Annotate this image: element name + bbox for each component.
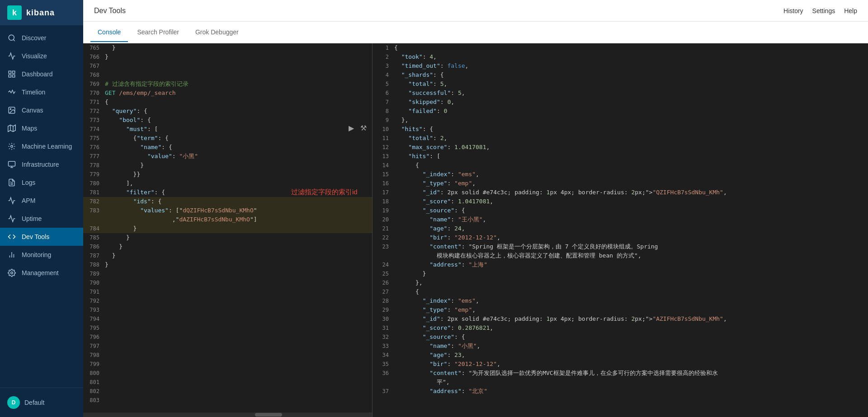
tab-grok-debugger[interactable]: Grok Debugger [188,23,246,42]
editor-line: 765 } [83,43,372,52]
svg-point-7 [10,108,11,109]
line-number: 788 [83,260,105,269]
line-number: 770 [83,89,105,98]
editor-line: 803 [83,396,372,405]
editor-line: 33 "name": "小黑", [373,342,868,351]
sidebar-item-dev-tools[interactable]: Dev Tools [0,228,83,246]
editor-line: 770GET /ems/emp/_search [83,89,372,98]
editor-line: 767 [83,61,372,70]
line-number: 19 [373,206,394,215]
editor-line: 777 "value": "小黑" [83,152,372,161]
editor-line: 22 "bir": "2012-12-12", [373,233,868,242]
tab-search-profiler[interactable]: Search Profiler [130,23,186,42]
line-content: } [105,224,372,233]
sidebar-label-management: Management [22,269,59,276]
line-number: 769 [83,80,105,89]
line-number: 789 [83,269,105,278]
line-number: 784 [83,224,105,233]
line-content: "_type": "emp", [394,305,868,314]
line-content: } [105,161,372,170]
line-number: 771 [83,98,105,107]
line-content: } [105,233,372,242]
sidebar-item-dashboard[interactable]: Dashboard [0,65,83,83]
editor-line: 5 "total": 5, [373,80,868,89]
line-number: 6 [373,89,394,98]
line-content: GET /ems/emp/_search [105,89,372,98]
editor-line: 14 { [373,161,868,170]
sidebar-label-dev-tools: Dev Tools [22,233,49,240]
line-content: "hits": [ [394,152,868,161]
sidebar-icon-dashboard [7,70,16,79]
tab-console[interactable]: Console [90,23,128,42]
settings-link[interactable]: Settings [812,7,835,14]
editor-line: 795 [83,323,372,333]
sidebar-item-management[interactable]: Management [0,264,83,282]
line-number: 794 [83,314,105,323]
line-content: { [394,43,868,52]
line-number: 795 [83,323,105,333]
line-content: "age": 23, [394,351,868,360]
svg-point-11 [11,145,13,148]
line-number: 32 [373,333,394,342]
horizontal-scrollbar[interactable] [83,412,372,417]
sidebar-nav: Discover Visualize Dashboard Timelion Ca… [0,25,83,388]
line-number: 9 [373,116,394,125]
line-number: 782 [83,197,105,206]
sidebar-item-logs[interactable]: Logs [0,173,83,192]
sidebar-item-machine-learning[interactable]: Machine Learning [0,137,83,155]
user-avatar-area[interactable]: D Default [0,392,83,413]
sidebar: k kibana Discover Visualize Dashboard Ti… [0,0,83,417]
editor-line: 802 [83,387,372,396]
sidebar-item-maps[interactable]: Maps [0,119,83,137]
sidebar-item-monitoring[interactable]: Monitoring [0,246,83,264]
editor-line: 37 "address": "北京" [373,387,868,396]
sidebar-item-apm[interactable]: APM [0,192,83,210]
line-content: "content": "为开发团队选择一款优秀的MVC框架是件难事儿，在众多可行… [394,369,868,378]
line-number: 775 [83,134,105,143]
line-content: } [105,260,372,269]
help-link[interactable]: Help [844,7,857,14]
sidebar-icon-maps [7,124,16,133]
line-content: "_type": "emp", [394,179,868,188]
line-number: 793 [83,305,105,314]
run-button[interactable]: ▶ [347,123,356,133]
sidebar-item-uptime[interactable]: Uptime [0,210,83,228]
line-content: "content": "Spring 框架是一个分层架构，由 7 个定义良好的模… [394,242,868,251]
line-content: "timed_out": false, [394,61,868,70]
wrench-button[interactable]: ⚒ [359,123,368,133]
sidebar-item-visualize[interactable]: Visualize [0,47,83,65]
line-content: "bir": "2012-12-12", [394,233,868,242]
line-number: 790 [83,278,105,287]
line-content: "value": "小黑" [105,152,372,161]
editor-line: 781 "filter": { [83,188,372,197]
line-number: 801 [83,378,105,387]
editor-line: 30 "_id": 2px solid #e74c3c; padding: 1p… [373,314,868,323]
sidebar-item-discover[interactable]: Discover [0,29,83,47]
line-number: 10 [373,125,394,134]
line-content: "name": "王小黑", [394,215,868,224]
left-editor-content[interactable]: 765 }766}767768769# 过滤含有指定字段的索引记录770GET … [83,43,372,412]
editor-line: 794 [83,314,372,323]
topbar-actions: History Settings Help [783,7,857,14]
line-number: 18 [373,197,394,206]
editor-line: 34 "age": 23, [373,351,868,360]
line-number: 787 [83,251,105,260]
editor-line: 775 {"term": { [83,134,372,143]
sidebar-item-timelion[interactable]: Timelion [0,83,83,101]
sidebar-icon-apm [7,196,16,205]
editor-line: 36 "content": "为开发团队选择一款优秀的MVC框架是件难事儿，在众… [373,369,868,378]
editor-line: 786 } [83,242,372,251]
editor-line: 797 [83,342,372,351]
history-link[interactable]: History [783,7,803,14]
line-number: 800 [83,369,105,378]
svg-marker-8 [8,125,16,132]
sidebar-label-visualize: Visualize [22,52,47,60]
line-content: "_id": 2px solid #e74c3c; padding: 1px 4… [394,314,868,323]
editor-line: 20 "name": "王小黑", [373,215,868,224]
sidebar-item-infrastructure[interactable]: Infrastructure [0,155,83,173]
editor-line: 798 [83,351,372,360]
sidebar-item-canvas[interactable]: Canvas [0,101,83,119]
line-number: 29 [373,305,394,314]
editor-line: 800 [83,369,372,378]
right-editor-panel[interactable]: 1{2 "took": 4,3 "timed_out": false,4 "_s… [373,43,868,417]
